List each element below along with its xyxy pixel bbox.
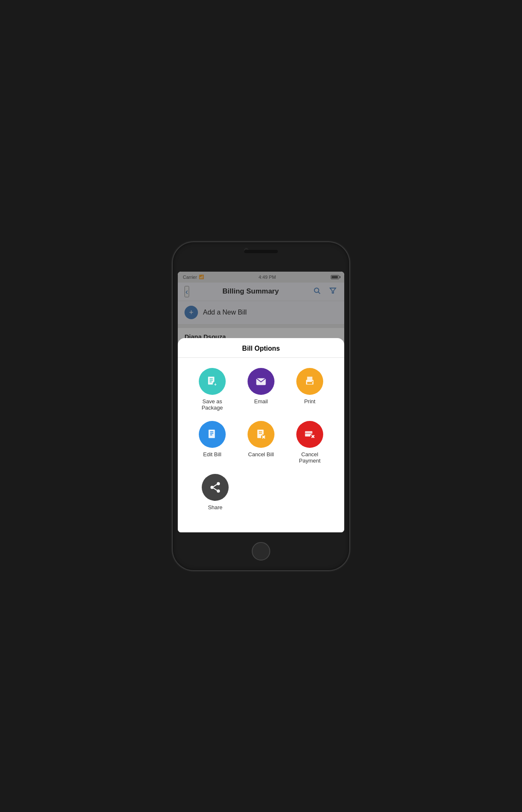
svg-point-29 bbox=[217, 482, 220, 485]
options-row-1: + Save as Package bbox=[178, 365, 344, 414]
print-icon-circle bbox=[296, 368, 323, 395]
cancel-payment-icon bbox=[303, 428, 316, 441]
print-icon bbox=[303, 375, 316, 388]
svg-line-33 bbox=[214, 488, 217, 490]
modal-title: Bill Options bbox=[178, 338, 344, 358]
svg-rect-12 bbox=[307, 382, 313, 384]
bill-options-modal: Bill Options bbox=[178, 338, 344, 532]
cancel-bill-icon-circle bbox=[248, 421, 274, 448]
share-label: Share bbox=[208, 504, 223, 510]
svg-rect-11 bbox=[307, 376, 313, 380]
svg-point-13 bbox=[312, 381, 313, 382]
option-email[interactable]: Email bbox=[242, 368, 280, 411]
option-print[interactable]: Print bbox=[291, 368, 329, 411]
content-area: + Add a New Bill Diana Dsouza INV4 Mar 1… bbox=[178, 301, 344, 532]
home-button[interactable] bbox=[252, 542, 270, 561]
svg-point-31 bbox=[217, 489, 220, 493]
option-share[interactable]: Share bbox=[196, 474, 234, 510]
phone-screen: Carrier 📶 4:49 PM ‹ Billing Summary bbox=[178, 272, 344, 532]
svg-rect-25 bbox=[305, 433, 313, 434]
phone-top bbox=[173, 242, 349, 280]
email-icon bbox=[255, 375, 267, 388]
cancel-payment-label: Cancel Payment bbox=[291, 451, 329, 464]
cancel-payment-icon-circle bbox=[296, 421, 323, 448]
edit-bill-label: Edit Bill bbox=[203, 451, 221, 458]
save-package-icon: + bbox=[206, 375, 219, 388]
cancel-bill-icon bbox=[255, 428, 267, 441]
options-row-2: Edit Bill bbox=[178, 418, 344, 467]
edit-bill-icon bbox=[206, 428, 219, 441]
share-icon bbox=[209, 481, 221, 494]
edit-bill-icon-circle bbox=[199, 421, 226, 448]
phone-frame: Carrier 📶 4:49 PM ‹ Billing Summary bbox=[173, 242, 349, 570]
speaker bbox=[244, 250, 278, 253]
save-package-label: Save as Package bbox=[193, 398, 231, 411]
svg-text:+: + bbox=[214, 382, 217, 387]
options-row-3: Share bbox=[178, 471, 344, 514]
print-label: Print bbox=[304, 398, 316, 405]
svg-line-32 bbox=[214, 484, 217, 487]
email-icon-circle bbox=[248, 368, 274, 395]
cancel-bill-label: Cancel Bill bbox=[248, 451, 274, 458]
share-icon-circle bbox=[202, 474, 229, 501]
modal-content: + Save as Package bbox=[178, 358, 344, 524]
option-save-package[interactable]: + Save as Package bbox=[193, 368, 231, 411]
option-cancel-payment[interactable]: Cancel Payment bbox=[291, 421, 329, 464]
phone-bottom bbox=[173, 532, 349, 570]
save-package-icon-circle: + bbox=[199, 368, 226, 395]
svg-point-30 bbox=[211, 486, 214, 489]
email-label: Email bbox=[254, 398, 268, 405]
option-cancel-bill[interactable]: Cancel Bill bbox=[242, 421, 280, 464]
option-edit-bill[interactable]: Edit Bill bbox=[193, 421, 231, 464]
svg-rect-14 bbox=[208, 429, 215, 438]
